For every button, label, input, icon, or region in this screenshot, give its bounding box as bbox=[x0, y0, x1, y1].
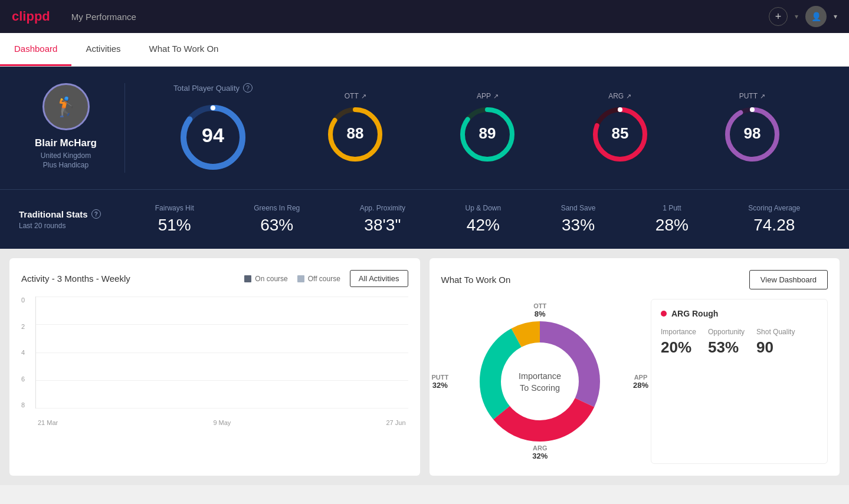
stat-updown-value: 42% bbox=[467, 216, 500, 235]
wtwo-title: What To Work On bbox=[441, 275, 511, 285]
info-card-title: ARG Rough bbox=[661, 309, 818, 318]
stat-scoring-value: 74.28 bbox=[753, 216, 795, 235]
arg-arrow: ↗ bbox=[626, 93, 631, 100]
stat-fairways-hit-label: Fairways Hit bbox=[155, 204, 194, 212]
stat-sand-value: 33% bbox=[562, 216, 595, 235]
svg-text:Importance: Importance bbox=[519, 371, 561, 381]
importance-metric: Importance 20% bbox=[661, 328, 696, 357]
bottom-panels: Activity - 3 Months - Weekly On course O… bbox=[0, 249, 849, 485]
on-course-dot bbox=[244, 275, 251, 282]
opportunity-value: 53% bbox=[708, 338, 745, 357]
app-label: APP ↗ bbox=[477, 92, 499, 100]
stat-app-value: 38'3" bbox=[364, 216, 401, 235]
add-button[interactable]: + bbox=[769, 7, 788, 26]
app-header: clippd My Performance + ▾ 👤 ▾ bbox=[0, 0, 849, 33]
ott-label: OTT ↗ bbox=[345, 92, 366, 100]
scores-area: Total Player Quality ? 94 OTT ↗ 88 bbox=[125, 83, 830, 173]
svg-text:98: 98 bbox=[743, 124, 761, 142]
ott-ring: 88 bbox=[326, 105, 385, 164]
avatar-chevron: ▾ bbox=[834, 12, 837, 21]
off-course-dot bbox=[297, 275, 304, 282]
chart-legend: On course Off course bbox=[244, 275, 340, 283]
chart-bars bbox=[35, 297, 408, 409]
stat-sand-label: Sand Save bbox=[561, 204, 596, 212]
player-handicap: Plus Handicap bbox=[43, 161, 88, 169]
stat-app-label: App. Proximity bbox=[360, 204, 405, 212]
player-country: United Kingdom bbox=[41, 151, 91, 160]
arg-donut-label: ARG 32% bbox=[532, 444, 548, 460]
hero-section: 🏌️ Blair McHarg United Kingdom Plus Hand… bbox=[0, 67, 849, 189]
importance-label: Importance bbox=[661, 328, 696, 336]
stat-fairways-hit: Fairways Hit 51% bbox=[155, 204, 194, 235]
stats-label-col: Traditional Stats ? Last 20 rounds bbox=[19, 209, 125, 230]
shot-quality-label: Shot Quality bbox=[756, 328, 795, 336]
y-axis: 8 6 4 2 0 bbox=[21, 297, 33, 409]
avatar-emoji: 🏌️ bbox=[54, 95, 78, 118]
stat-greens-label: Greens In Reg bbox=[254, 204, 300, 212]
stat-1-putt: 1 Putt 28% bbox=[655, 204, 689, 235]
svg-text:88: 88 bbox=[347, 124, 364, 142]
stat-updown-label: Up & Down bbox=[466, 204, 501, 212]
traditional-stats: Traditional Stats ? Last 20 rounds Fairw… bbox=[0, 189, 849, 249]
tab-dashboard[interactable]: Dashboard bbox=[0, 33, 71, 66]
importance-value: 20% bbox=[661, 338, 696, 357]
tab-what-to-work-on[interactable]: What To Work On bbox=[135, 33, 233, 66]
player-avatar: 🏌️ bbox=[42, 83, 90, 130]
shot-quality-metric: Shot Quality 90 bbox=[756, 328, 795, 357]
ott-arrow: ↗ bbox=[361, 93, 366, 100]
header-actions: + ▾ 👤 ▾ bbox=[769, 6, 837, 27]
stats-info-icon[interactable]: ? bbox=[91, 209, 101, 219]
donut-area: Importance To Scoring OTT 8% APP 28% ARG… bbox=[441, 299, 640, 464]
x-axis: 21 Mar 9 May 27 Jun bbox=[35, 419, 408, 426]
player-name: Blair McHarg bbox=[35, 137, 97, 149]
putt-label: PUTT ↗ bbox=[739, 92, 765, 100]
svg-text:To Scoring: To Scoring bbox=[520, 383, 560, 393]
arg-ring: 85 bbox=[591, 105, 650, 164]
opportunity-metric: Opportunity 53% bbox=[708, 328, 745, 357]
chart-panel-header: Activity - 3 Months - Weekly On course O… bbox=[21, 270, 408, 287]
add-chevron: ▾ bbox=[795, 12, 798, 21]
all-activities-button[interactable]: All Activities bbox=[350, 270, 408, 287]
stat-greens-value: 63% bbox=[260, 216, 293, 235]
tab-activities[interactable]: Activities bbox=[71, 33, 135, 66]
svg-text:94: 94 bbox=[202, 124, 224, 146]
putt-donut-label: PUTT 32% bbox=[432, 374, 449, 390]
logo: clippd bbox=[12, 9, 50, 24]
arg-score: ARG ↗ 85 bbox=[591, 92, 650, 164]
header-title: My Performance bbox=[71, 12, 136, 22]
activity-chart-panel: Activity - 3 Months - Weekly On course O… bbox=[9, 258, 420, 476]
svg-point-23 bbox=[501, 343, 578, 420]
total-quality-label: Total Player Quality ? bbox=[173, 83, 253, 93]
app-donut-label: APP 28% bbox=[633, 374, 648, 390]
svg-point-12 bbox=[618, 107, 622, 112]
legend-on-course: On course bbox=[244, 275, 287, 283]
app-score: APP ↗ 89 bbox=[458, 92, 517, 164]
chart-area: 8 6 4 2 0 21 Mar 9 May 27 Jun bbox=[21, 297, 408, 426]
ott-score: OTT ↗ 88 bbox=[326, 92, 385, 164]
opportunity-label: Opportunity bbox=[708, 328, 745, 336]
putt-score: PUTT ↗ 98 bbox=[723, 92, 782, 164]
user-avatar-button[interactable]: 👤 bbox=[805, 6, 827, 27]
logo-text: clippd bbox=[12, 9, 50, 24]
putt-arrow: ↗ bbox=[760, 93, 765, 100]
stat-fairways-hit-value: 51% bbox=[158, 216, 191, 235]
avatar-icon: 👤 bbox=[811, 12, 821, 21]
total-quality-info-icon[interactable]: ? bbox=[243, 83, 253, 93]
app-ring: 89 bbox=[458, 105, 517, 164]
stat-1putt-label: 1 Putt bbox=[663, 204, 681, 212]
svg-point-16 bbox=[750, 107, 755, 112]
svg-text:85: 85 bbox=[611, 124, 628, 142]
stat-scoring-label: Scoring Average bbox=[748, 204, 800, 212]
legend-off-course: Off course bbox=[297, 275, 340, 283]
view-dashboard-button[interactable]: View Dashboard bbox=[749, 270, 828, 289]
chart-title: Activity - 3 Months - Weekly bbox=[21, 274, 130, 284]
info-metrics: Importance 20% Opportunity 53% Shot Qual… bbox=[661, 328, 818, 357]
stat-scoring-avg: Scoring Average 74.28 bbox=[748, 204, 800, 235]
svg-text:89: 89 bbox=[479, 124, 496, 142]
putt-ring: 98 bbox=[723, 105, 782, 164]
what-to-work-on-panel: What To Work On View Dashboard bbox=[430, 258, 840, 476]
total-quality: Total Player Quality ? 94 bbox=[173, 83, 253, 173]
ott-donut-label: OTT 8% bbox=[533, 302, 546, 318]
arg-info-card: ARG Rough Importance 20% Opportunity 53%… bbox=[651, 299, 828, 464]
app-arrow: ↗ bbox=[493, 93, 499, 100]
